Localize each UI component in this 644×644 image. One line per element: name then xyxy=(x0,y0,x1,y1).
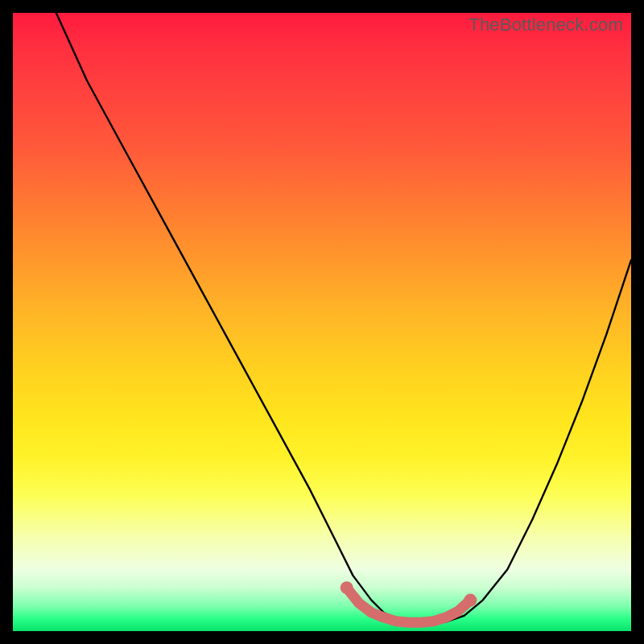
bottleneck-curve-path xyxy=(56,13,631,624)
chart-svg xyxy=(13,13,631,631)
chart-stage: TheBottleneck.com xyxy=(0,0,644,644)
valley-marker-left-dot xyxy=(341,581,353,594)
chart-plot-area: TheBottleneck.com xyxy=(13,13,631,631)
valley-marker-right-dot xyxy=(464,594,477,607)
